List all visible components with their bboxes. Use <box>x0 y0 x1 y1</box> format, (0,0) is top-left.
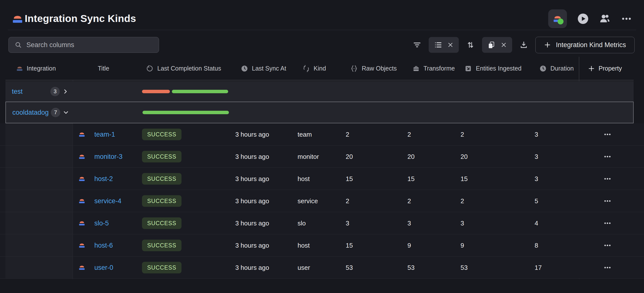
raw-objects-cell: 53 <box>346 264 353 271</box>
kind-cell: service <box>298 197 318 205</box>
metrics-button-label: Integration Kind Metrics <box>556 41 626 49</box>
table-row[interactable]: slo-5 SUCCESS 3 hours ago slo 3 3 3 4 <box>0 212 644 234</box>
row-actions-button[interactable] <box>599 128 616 141</box>
kind-cell: user <box>298 264 310 271</box>
port-logo-icon <box>78 153 85 160</box>
column-header-duration[interactable]: Duration <box>539 57 574 80</box>
table-header: Integration Title Last Completion Status… <box>0 57 644 80</box>
integration-link[interactable]: cooldatadog <box>12 109 49 116</box>
integration-kind-metrics-button[interactable]: Integration Kind Metrics <box>535 37 634 53</box>
table-row[interactable]: monitor-3 SUCCESS 3 hours ago monitor 20… <box>0 146 644 168</box>
more-horizontal-icon[interactable] <box>621 13 632 24</box>
status-badge: SUCCESS <box>142 128 182 140</box>
sync-kind-link[interactable]: team-1 <box>94 130 115 138</box>
sync-icon <box>302 65 310 72</box>
column-header-title[interactable]: Title <box>98 57 109 80</box>
last-sync-cell: 3 hours ago <box>220 175 269 183</box>
table-row[interactable]: host-2 SUCCESS 3 hours ago host 15 15 15… <box>0 168 644 190</box>
port-logo-icon <box>16 65 23 72</box>
sync-kind-link[interactable]: host-2 <box>94 175 113 183</box>
group-row-test[interactable]: test 3 <box>6 81 634 102</box>
online-status-dot <box>558 18 564 24</box>
status-badge: SUCCESS <box>142 173 182 185</box>
table-row[interactable]: service-4 SUCCESS 3 hours ago service 2 … <box>0 190 644 212</box>
add-property-button[interactable]: Property <box>588 57 622 80</box>
table-row[interactable]: user-0 SUCCESS 3 hours ago user 53 53 53… <box>0 257 644 279</box>
plus-icon <box>544 41 551 48</box>
ingest-icon <box>464 65 472 72</box>
row-actions-button[interactable] <box>599 239 616 252</box>
table-row[interactable]: host-6 SUCCESS 3 hours ago host 15 9 9 8 <box>0 234 644 257</box>
page-title: Integration Sync Kinds <box>25 13 136 24</box>
column-header-integration[interactable]: Integration <box>16 57 56 80</box>
duration-cell: 5 <box>534 197 538 205</box>
duration-cell: 8 <box>534 242 538 249</box>
entities-ingested-cell: 53 <box>460 264 468 271</box>
close-icon[interactable] <box>448 42 453 48</box>
close-icon[interactable] <box>501 42 507 48</box>
group-row-cooldatadog[interactable]: cooldatadog 7 <box>6 102 634 123</box>
pinned-column-cell <box>6 146 73 167</box>
last-sync-cell: 3 hours ago <box>220 130 269 138</box>
row-actions-button[interactable] <box>599 173 616 185</box>
duration-cell: 3 <box>534 153 538 160</box>
sync-kind-link[interactable]: slo-5 <box>94 219 109 227</box>
kind-cell: host <box>298 242 310 249</box>
column-header-raw-objects[interactable]: Raw Objects <box>350 57 397 80</box>
group-by-button[interactable] <box>482 37 512 53</box>
chevron-down-icon[interactable] <box>63 109 69 116</box>
entities-ingested-cell: 15 <box>460 175 468 183</box>
search-input[interactable] <box>26 41 153 49</box>
pinned-column-cell <box>6 257 73 279</box>
status-badge: SUCCESS <box>142 240 182 251</box>
raw-objects-cell: 3 <box>346 219 349 227</box>
count-badge: 3 <box>50 87 60 96</box>
count-badge: 7 <box>51 108 60 117</box>
raw-objects-cell: 2 <box>346 130 349 138</box>
download-icon[interactable] <box>520 41 528 49</box>
pinned-column-cell <box>6 234 73 256</box>
duration-cell: 17 <box>534 264 542 271</box>
row-actions-button[interactable] <box>599 217 616 229</box>
transformed-cell: 9 <box>408 242 411 249</box>
row-actions-button[interactable] <box>599 150 616 163</box>
port-logo-icon <box>78 197 85 205</box>
table-row[interactable]: team-1 SUCCESS 3 hours ago team 2 2 2 3 <box>0 123 644 146</box>
column-header-last-sync-at[interactable]: Last Sync At <box>241 57 286 80</box>
transformed-cell: 2 <box>408 130 411 138</box>
status-badge: SUCCESS <box>142 195 182 207</box>
members-icon[interactable] <box>599 13 610 24</box>
column-header-entities-ingested[interactable]: Entities Ingested <box>464 57 522 80</box>
port-logo-icon <box>12 13 23 25</box>
sync-kind-link[interactable]: user-0 <box>94 264 113 271</box>
sort-arrows-icon[interactable] <box>466 41 474 49</box>
kind-cell: host <box>298 175 310 183</box>
row-actions-button[interactable] <box>599 195 616 207</box>
filter-icon[interactable] <box>413 41 421 49</box>
sync-kind-link[interactable]: host-6 <box>94 242 113 249</box>
chevron-right-icon[interactable] <box>62 88 69 95</box>
status-badge: SUCCESS <box>142 217 182 229</box>
sync-kind-link[interactable]: monitor-3 <box>94 153 122 160</box>
transformed-cell: 2 <box>408 197 411 205</box>
duration-cell: 4 <box>534 219 538 227</box>
raw-objects-cell: 20 <box>346 153 353 160</box>
view-toggle-button[interactable] <box>429 37 459 53</box>
play-icon[interactable] <box>577 13 589 24</box>
port-logo-icon <box>78 242 85 249</box>
column-header-last-completion-status[interactable]: Last Completion Status <box>146 57 221 80</box>
sync-kind-link[interactable]: service-4 <box>94 197 122 205</box>
column-header-transformed[interactable]: Transforme <box>412 57 455 80</box>
raw-objects-cell: 2 <box>346 197 349 205</box>
plus-icon <box>588 65 595 72</box>
workspace-avatar-icon[interactable] <box>548 9 567 28</box>
row-actions-button[interactable] <box>599 262 616 274</box>
last-sync-cell: 3 hours ago <box>220 242 269 249</box>
table-controls: Integration Kind Metrics <box>413 36 634 53</box>
column-header-kind[interactable]: Kind <box>302 57 326 80</box>
raw-objects-cell: 15 <box>346 175 353 183</box>
raw-objects-cell: 15 <box>346 242 353 249</box>
integration-link[interactable]: test <box>12 88 23 95</box>
kind-cell: monitor <box>298 153 319 160</box>
transformed-cell: 15 <box>408 175 414 183</box>
